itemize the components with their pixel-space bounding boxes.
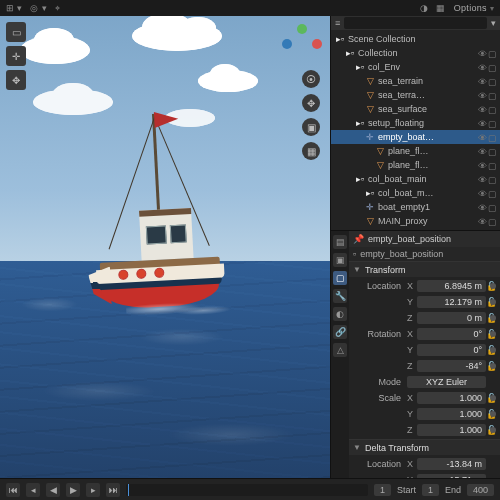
delta-loc-y-field[interactable]: 15.71 m: [417, 474, 486, 478]
rotation-x-field[interactable]: 0°: [417, 328, 486, 340]
scale-x-field[interactable]: 1.000: [417, 392, 486, 404]
start-label: Start: [397, 485, 416, 495]
tab-data[interactable]: △: [333, 343, 347, 357]
breadcrumb-icon: ▫: [353, 249, 356, 259]
transform-panel-header[interactable]: ▼ Transform: [349, 262, 500, 277]
properties-panel: ▤ ▣ ▢ 🔧 ◐ 🔗 △ 📌 empty_boat_position ▫: [331, 231, 500, 478]
editor-header: ⊞ ▾ ◎ ▾ ⌖ ◑ ▦ Options ▾: [0, 0, 500, 16]
delta-transform-panel-header[interactable]: ▼ Delta Transform: [349, 440, 500, 455]
outliner-root[interactable]: ▸▫Scene Collection: [331, 32, 500, 46]
jump-start-button[interactable]: ⏮: [6, 483, 20, 497]
properties-tab-strip: ▤ ▣ ▢ 🔧 ◐ 🔗 △: [331, 231, 349, 478]
outliner-item[interactable]: ▽sea_surface👁▢: [331, 102, 500, 116]
3d-viewport[interactable]: ▭ ✛ ✥ ⦿ ✥ ▣ ▦: [0, 16, 330, 478]
wireframe-toggle[interactable]: ▦: [436, 3, 445, 13]
tab-modifiers[interactable]: 🔧: [333, 289, 347, 303]
select-tool[interactable]: ▭: [6, 22, 26, 42]
location-z-field[interactable]: 0 m: [417, 312, 486, 324]
breadcrumb: empty_boat_position: [360, 249, 443, 259]
zoom-button[interactable]: ⦿: [302, 70, 320, 88]
location-x-field[interactable]: 6.8945 m: [417, 280, 486, 292]
axis-label-y: Y: [407, 297, 417, 307]
outliner-mode-icon[interactable]: ≡: [335, 18, 340, 28]
chevron-down-icon: ▼: [353, 443, 361, 452]
scale-z-field[interactable]: 1.000: [417, 424, 486, 436]
outliner-item[interactable]: ▽MAIN_proxy👁▢: [331, 214, 500, 228]
outliner-item[interactable]: ▽plane_fl…👁▢: [331, 158, 500, 172]
outliner-search[interactable]: [344, 17, 487, 29]
outliner-item[interactable]: ▸▫col_boat_main👁▢: [331, 172, 500, 186]
boat-object[interactable]: [74, 110, 236, 348]
current-frame-field[interactable]: 1: [374, 484, 391, 496]
outliner-item[interactable]: ▽sea_terrain👁▢: [331, 74, 500, 88]
play-reverse-button[interactable]: ◀: [46, 483, 60, 497]
location-y-field[interactable]: 12.179 m: [417, 296, 486, 308]
jump-end-button[interactable]: ⏭: [106, 483, 120, 497]
start-frame-field[interactable]: 1: [422, 484, 439, 496]
delta-loc-x-field[interactable]: -13.84 m: [417, 458, 486, 470]
tab-physics[interactable]: ◐: [333, 307, 347, 321]
tab-object[interactable]: ▢: [333, 271, 347, 285]
end-frame-field[interactable]: 400: [467, 484, 494, 496]
timeline-track[interactable]: [126, 484, 368, 496]
axis-label-z: Z: [407, 313, 417, 323]
pan-button[interactable]: ✥: [302, 94, 320, 112]
outliner-item[interactable]: ▸▫Collection👁▢: [331, 46, 500, 60]
outliner-item[interactable]: ▸▫col_boat_m…👁▢: [331, 186, 500, 200]
outliner-panel: ≡ ▾ ▸▫Scene Collection▸▫Collection👁▢▸▫co…: [331, 16, 500, 231]
pivot-dropdown[interactable]: ◎ ▾: [30, 3, 46, 13]
timeline: ⏮ ◂ ◀ ▶ ▸ ⏭ 1 Start 1 End 400: [0, 478, 500, 500]
overlays-toggle[interactable]: ◑: [420, 3, 428, 13]
play-button[interactable]: ▶: [66, 483, 80, 497]
end-label: End: [445, 485, 461, 495]
cursor-tool[interactable]: ✛: [6, 46, 26, 66]
viewport-toolbar: ▭ ✛ ✥: [6, 22, 26, 90]
snap-toggle[interactable]: ⌖: [55, 3, 60, 14]
keyframe-prev-button[interactable]: ◂: [26, 483, 40, 497]
pin-icon[interactable]: 📌: [353, 234, 364, 244]
flag-icon: [153, 110, 178, 127]
options-dropdown[interactable]: Options ▾: [454, 3, 494, 13]
keyframe-next-button[interactable]: ▸: [86, 483, 100, 497]
outliner-item[interactable]: ▸▫col_Env👁▢: [331, 60, 500, 74]
rotation-z-field[interactable]: -84°: [417, 360, 486, 372]
tab-output[interactable]: ▣: [333, 253, 347, 267]
axis-label-x: X: [407, 281, 417, 291]
rotation-y-field[interactable]: 0°: [417, 344, 486, 356]
outliner-item[interactable]: ▽sea_terra…👁▢: [331, 88, 500, 102]
camera-view-button[interactable]: ▣: [302, 118, 320, 136]
tab-render[interactable]: ▤: [333, 235, 347, 249]
axis-x-icon[interactable]: [312, 39, 322, 49]
rotation-mode-dropdown[interactable]: XYZ Euler: [407, 376, 486, 388]
axis-z-icon[interactable]: [282, 39, 292, 49]
active-object-name: empty_boat_position: [368, 234, 451, 244]
axis-y-icon[interactable]: [297, 24, 307, 34]
perspective-toggle[interactable]: ▦: [302, 142, 320, 160]
move-tool[interactable]: ✥: [6, 70, 26, 90]
tab-constraints[interactable]: 🔗: [333, 325, 347, 339]
chevron-down-icon: ▼: [353, 265, 361, 274]
outliner-item[interactable]: ✛empty_boat…👁▢: [331, 130, 500, 144]
outliner-item[interactable]: ▽plane_fl…👁▢: [331, 144, 500, 158]
nav-gizmo[interactable]: [282, 24, 322, 64]
outliner-item[interactable]: ✛boat_empty1👁▢: [331, 200, 500, 214]
filter-icon[interactable]: ▾: [491, 18, 496, 28]
orientation-dropdown[interactable]: ⊞ ▾: [6, 3, 22, 13]
scale-y-field[interactable]: 1.000: [417, 408, 486, 420]
outliner-item[interactable]: ▸▫setup_floating👁▢: [331, 116, 500, 130]
outliner-tree[interactable]: ▸▫Scene Collection▸▫Collection👁▢▸▫col_En…: [331, 30, 500, 231]
